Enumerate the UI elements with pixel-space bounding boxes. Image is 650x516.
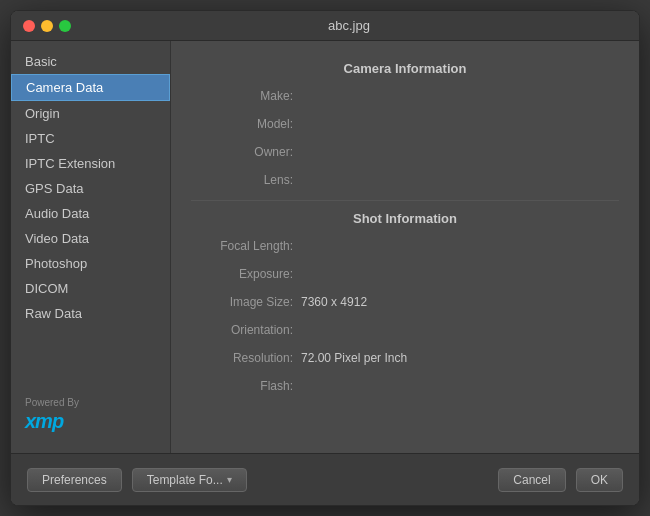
shot-section-title: Shot Information: [191, 211, 619, 226]
window-title: abc.jpg: [71, 18, 627, 33]
field-resolution: Resolution: 72.00 Pixel per Inch: [191, 348, 619, 368]
orientation-label: Orientation:: [191, 323, 301, 337]
xmp-logo: xmp: [25, 410, 63, 433]
dropdown-arrow-icon: ▾: [227, 474, 232, 485]
minimize-button[interactable]: [41, 20, 53, 32]
camera-section-title: Camera Information: [191, 61, 619, 76]
sidebar-item-audio-data[interactable]: Audio Data: [11, 201, 170, 226]
lens-label: Lens:: [191, 173, 301, 187]
footer: Preferences Template Fo... ▾ Cancel OK: [11, 453, 639, 505]
titlebar: abc.jpg: [11, 11, 639, 41]
field-owner: Owner:: [191, 142, 619, 162]
powered-by-label: Powered By: [25, 397, 79, 408]
section-divider: [191, 200, 619, 201]
sidebar-item-raw-data[interactable]: Raw Data: [11, 301, 170, 326]
preferences-button[interactable]: Preferences: [27, 468, 122, 492]
sidebar-item-camera-data[interactable]: Camera Data: [11, 74, 170, 101]
field-flash: Flash:: [191, 376, 619, 396]
cancel-button[interactable]: Cancel: [498, 468, 565, 492]
template-label: Template Fo...: [147, 473, 223, 487]
field-focal-length: Focal Length:: [191, 236, 619, 256]
main-panel: Camera Information Make: Model: Owner: L…: [171, 41, 639, 453]
close-button[interactable]: [23, 20, 35, 32]
image-size-value: 7360 x 4912: [301, 295, 619, 309]
field-make: Make:: [191, 86, 619, 106]
model-label: Model:: [191, 117, 301, 131]
focal-length-label: Focal Length:: [191, 239, 301, 253]
main-window: abc.jpg Basic Camera Data Origin IPTC IP…: [10, 10, 640, 506]
sidebar-item-iptc-extension[interactable]: IPTC Extension: [11, 151, 170, 176]
content-area: Basic Camera Data Origin IPTC IPTC Exten…: [11, 41, 639, 453]
sidebar-item-dicom[interactable]: DICOM: [11, 276, 170, 301]
field-image-size: Image Size: 7360 x 4912: [191, 292, 619, 312]
resolution-label: Resolution:: [191, 351, 301, 365]
sidebar-bottom: Powered By xmp: [11, 385, 170, 445]
sidebar-item-video-data[interactable]: Video Data: [11, 226, 170, 251]
sidebar-item-photoshop[interactable]: Photoshop: [11, 251, 170, 276]
make-label: Make:: [191, 89, 301, 103]
flash-label: Flash:: [191, 379, 301, 393]
field-lens: Lens:: [191, 170, 619, 190]
field-orientation: Orientation:: [191, 320, 619, 340]
template-dropdown-button[interactable]: Template Fo... ▾: [132, 468, 247, 492]
field-model: Model:: [191, 114, 619, 134]
image-size-label: Image Size:: [191, 295, 301, 309]
field-exposure: Exposure:: [191, 264, 619, 284]
maximize-button[interactable]: [59, 20, 71, 32]
sidebar-item-iptc[interactable]: IPTC: [11, 126, 170, 151]
exposure-label: Exposure:: [191, 267, 301, 281]
traffic-lights: [23, 20, 71, 32]
sidebar: Basic Camera Data Origin IPTC IPTC Exten…: [11, 41, 171, 453]
sidebar-item-gps-data[interactable]: GPS Data: [11, 176, 170, 201]
sidebar-item-basic[interactable]: Basic: [11, 49, 170, 74]
sidebar-item-origin[interactable]: Origin: [11, 101, 170, 126]
owner-label: Owner:: [191, 145, 301, 159]
resolution-value: 72.00 Pixel per Inch: [301, 351, 619, 365]
ok-button[interactable]: OK: [576, 468, 623, 492]
